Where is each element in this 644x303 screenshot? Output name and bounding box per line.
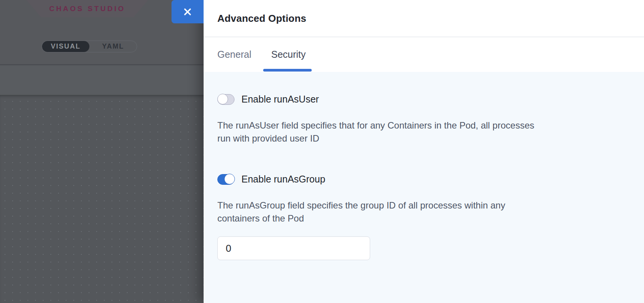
yaml-mode-button[interactable]: YAML bbox=[89, 41, 137, 52]
tab-general[interactable]: General bbox=[217, 37, 251, 72]
brand-banner: CHAOS STUDIO bbox=[26, 0, 148, 17]
view-mode-toggle: VISUAL YAML bbox=[42, 41, 137, 52]
run-as-user-row: Enable runAsUser bbox=[217, 94, 630, 105]
drawer-header: Advanced Options bbox=[204, 0, 644, 37]
run-as-user-toggle[interactable] bbox=[217, 94, 235, 105]
visual-mode-button[interactable]: VISUAL bbox=[42, 41, 89, 52]
active-tab-underline bbox=[263, 69, 312, 72]
toggle-knob bbox=[217, 94, 228, 104]
toggle-knob bbox=[224, 174, 235, 184]
run-as-group-toggle[interactable] bbox=[217, 174, 235, 185]
advanced-options-drawer: Advanced Options General Security Enable… bbox=[204, 0, 644, 303]
drawer-title: Advanced Options bbox=[217, 13, 306, 24]
security-tab-panel: Enable runAsUser The runAsUser field spe… bbox=[204, 72, 644, 303]
run-as-group-value-input[interactable] bbox=[217, 236, 370, 260]
run-as-user-label: Enable runAsUser bbox=[241, 94, 319, 105]
run-as-group-description: The runAsGroup field specifies the group… bbox=[217, 199, 630, 225]
drawer-tabs: General Security bbox=[204, 37, 644, 72]
run-as-user-description: The runAsUser field specifies that for a… bbox=[217, 119, 630, 145]
run-as-group-row: Enable runAsGroup bbox=[217, 174, 630, 185]
run-as-group-label: Enable runAsGroup bbox=[241, 174, 325, 185]
tab-security[interactable]: Security bbox=[271, 37, 306, 72]
close-button[interactable] bbox=[172, 0, 204, 23]
tab-security-label: Security bbox=[271, 49, 306, 60]
close-icon bbox=[183, 8, 192, 16]
brand-title: CHAOS STUDIO bbox=[49, 5, 126, 13]
